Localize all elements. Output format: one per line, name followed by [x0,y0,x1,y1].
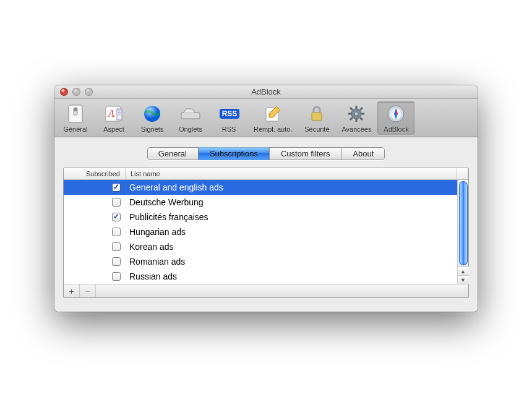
preferences-window: AdBlock Général A Aspect Signets Onglets [54,85,478,312]
list-name-cell: Deutsche Werbung [126,197,457,207]
toolbar-item-advanced[interactable]: Avancées [337,101,376,135]
table-row[interactable]: Deutsche Werbung [64,195,457,210]
toolbar-item-rss[interactable]: RSS RSS [210,101,247,135]
table-row[interactable]: General and english ads [64,180,457,195]
close-button[interactable] [60,88,68,96]
add-button[interactable]: + [64,284,80,297]
svg-text:A: A [108,108,114,119]
tab-general[interactable]: General [147,147,199,160]
subscribe-checkbox[interactable] [112,213,121,221]
subscribe-checkbox[interactable] [112,183,121,192]
svg-rect-10 [181,113,200,119]
table-row[interactable]: Korean ads [64,239,457,254]
list-name-cell: General and english ads [126,182,457,192]
preferences-toolbar: Général A Aspect Signets Onglets RSS RSS [54,99,478,137]
table-row[interactable]: Hungarian ads [64,224,457,239]
table-rows: General and english ads Deutsche Werbung… [64,180,457,284]
traffic-lights [60,88,93,96]
tab-subscriptions[interactable]: Subscriptions [199,147,270,160]
vertical-scrollbar[interactable]: ▲ ▼ [457,180,468,284]
scroll-up-arrow-icon[interactable]: ▲ [458,267,469,275]
subscribe-checkbox[interactable] [112,257,121,266]
column-listname[interactable]: List name [126,168,457,179]
svg-line-26 [360,108,363,110]
svg-point-19 [354,112,358,116]
svg-line-27 [350,117,353,120]
subscriptions-table: Subscribed List name General and english… [63,168,469,298]
appearance-icon: A [103,103,124,124]
scroll-down-arrow-icon[interactable]: ▼ [458,275,469,284]
list-name-cell: Hungarian ads [126,227,457,237]
tabs-icon [180,103,201,124]
toolbar-label: Signets [141,126,164,133]
list-name-cell: Korean ads [126,242,457,252]
toolbar-item-general[interactable]: Général [57,101,94,135]
toolbar-label: Aspect [103,126,124,133]
toolbar-label: RSS [222,126,236,133]
lock-icon [306,103,327,124]
table-row[interactable]: Romanian ads [64,254,457,269]
svg-rect-2 [74,108,77,111]
table-row[interactable]: Publicités françaises [64,210,457,224]
toolbar-item-tabs[interactable]: Onglets [172,101,209,135]
toolbar-item-bookmarks[interactable]: Signets [134,101,171,135]
toolbar-label: Sécurité [304,126,329,133]
svg-rect-17 [312,113,322,121]
titlebar: AdBlock [54,85,478,99]
table-footer: + − [64,284,468,297]
svg-line-25 [360,117,363,120]
svg-text:RSS: RSS [222,109,238,118]
pane-body: General Subscriptions Custom filters Abo… [54,137,478,312]
subscribe-checkbox[interactable] [112,272,121,281]
window-title: AdBlock [251,87,281,96]
remove-button[interactable]: − [80,284,96,297]
autofill-icon [262,103,283,124]
subscribe-checkbox[interactable] [112,242,121,251]
toolbar-label: Avancées [341,126,371,133]
table-header: Subscribed List name [64,168,468,180]
toolbar-item-security[interactable]: Sécurité [298,101,335,135]
toolbar-item-autofill[interactable]: Rempl. auto. [249,101,297,135]
scroll-thumb[interactable] [460,182,467,265]
toolbar-label: Rempl. auto. [254,126,292,133]
toolbar-label: AdBlock [384,126,408,133]
table-row[interactable]: Russian ads [64,269,457,284]
globe-icon [142,103,163,124]
toolbar-label: Onglets [179,126,202,133]
minimize-button[interactable] [72,88,80,96]
list-name-cell: Romanian ads [126,257,457,267]
switch-icon [65,103,86,124]
gear-icon [346,103,367,124]
column-subscribed[interactable]: Subscribed [64,168,126,179]
rss-icon: RSS [218,103,239,124]
subtabs: General Subscriptions Custom filters Abo… [63,147,469,160]
tab-about[interactable]: About [341,147,385,160]
svg-line-24 [350,108,353,110]
list-name-cell: Publicités françaises [126,212,457,222]
toolbar-item-adblock[interactable]: AdBlock [377,101,414,135]
column-scroll-spacer [457,168,468,179]
toolbar-label: Général [63,126,87,133]
subscribe-checkbox[interactable] [112,198,121,207]
toolbar-item-aspect[interactable]: A Aspect [95,101,132,135]
tab-custom-filters[interactable]: Custom filters [270,147,341,160]
list-name-cell: Russian ads [126,271,457,281]
subscribe-checkbox[interactable] [112,228,121,236]
compass-icon [385,103,406,124]
zoom-button[interactable] [85,88,93,96]
